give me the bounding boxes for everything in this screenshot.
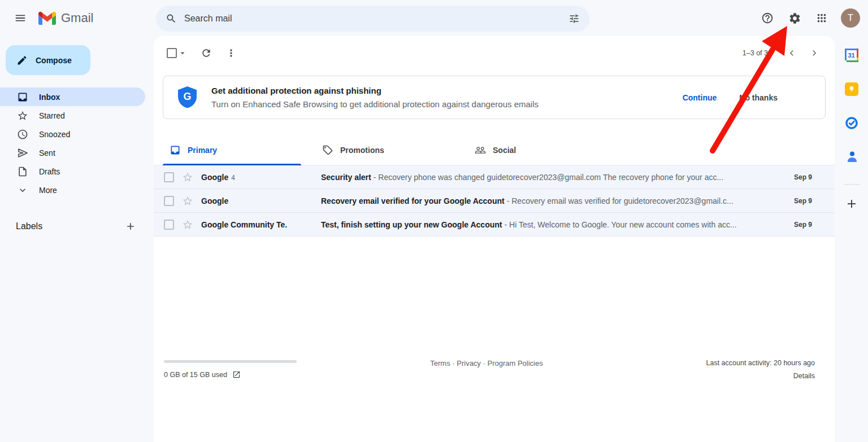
- tasks-icon: [845, 116, 858, 130]
- legal-links: Terms · Privacy · Program Policies: [305, 355, 668, 380]
- search-button[interactable]: [158, 6, 184, 32]
- refresh-button[interactable]: [195, 42, 218, 64]
- refresh-icon: [201, 47, 212, 59]
- star-icon[interactable]: [182, 195, 193, 207]
- search-input[interactable]: [184, 14, 561, 24]
- email-row[interactable]: Google Community Te. Test, finish settin…: [154, 213, 835, 237]
- sidebar-item-more[interactable]: More: [0, 181, 145, 199]
- tune-icon: [568, 13, 580, 24]
- sidebar-item-inbox[interactable]: Inbox: [0, 87, 145, 106]
- tab-label: Social: [493, 146, 516, 155]
- select-dropdown-button[interactable]: [177, 46, 188, 60]
- activity-section: Last account activity: 20 hours ago Deta…: [668, 355, 815, 380]
- inbox-tabs: Primary Promotions Social: [154, 135, 835, 165]
- side-panel-rail: 31: [835, 36, 868, 442]
- star-outline-icon: [17, 110, 28, 121]
- compose-button[interactable]: Compose: [6, 45, 90, 75]
- keep-button[interactable]: [845, 82, 858, 96]
- tab-label: Primary: [188, 146, 217, 155]
- open-in-new-icon[interactable]: [232, 370, 241, 379]
- inbox-tab-icon: [170, 145, 181, 156]
- send-icon: [17, 147, 28, 159]
- settings-button[interactable]: [782, 6, 807, 30]
- contacts-icon: [845, 150, 858, 164]
- dot-separator: ·: [483, 359, 485, 367]
- create-label-button[interactable]: [122, 218, 139, 235]
- banner-actions: Continue No thanks: [683, 93, 778, 102]
- more-options-button[interactable]: [220, 42, 242, 64]
- google-apps-button[interactable]: [809, 6, 834, 30]
- search-bar: [156, 6, 589, 32]
- newer-page-button[interactable]: [780, 42, 803, 64]
- mail-list-panel: 1–3 of 3 G: [154, 36, 835, 442]
- main-menu-button[interactable]: [8, 6, 33, 30]
- star-icon[interactable]: [182, 219, 193, 230]
- compose-label: Compose: [36, 56, 72, 65]
- tab-promotions[interactable]: Promotions: [315, 135, 454, 165]
- details-link[interactable]: Details: [668, 372, 815, 380]
- calendar-button[interactable]: 31: [845, 49, 858, 62]
- terms-link[interactable]: Terms: [430, 359, 450, 367]
- plus-icon: [125, 221, 136, 232]
- chevron-down-icon: [17, 185, 28, 196]
- support-button[interactable]: [755, 6, 780, 30]
- help-icon: [761, 12, 774, 24]
- top-bar: Gmail: [0, 0, 868, 36]
- chevron-right-icon: [809, 47, 820, 59]
- select-checkbox[interactable]: [164, 220, 174, 230]
- labels-section: Labels: [0, 218, 154, 235]
- older-page-button[interactable]: [803, 42, 826, 64]
- search-options-button[interactable]: [561, 6, 587, 32]
- more-vertical-icon: [225, 47, 237, 59]
- email-subject-line: Test, finish setting up your new Google …: [321, 220, 786, 229]
- search-icon: [166, 13, 177, 24]
- gmail-logo[interactable]: Gmail: [38, 11, 93, 25]
- sidebar-item-drafts[interactable]: Drafts: [0, 162, 145, 181]
- file-icon: [17, 166, 28, 177]
- get-addons-button[interactable]: [845, 197, 858, 211]
- sidebar-item-label: Inbox: [39, 93, 60, 102]
- apps-grid-icon: [815, 12, 828, 24]
- gear-icon: [788, 12, 801, 25]
- tag-icon: [322, 145, 333, 156]
- email-sender: Google Community Te.: [201, 220, 313, 229]
- pencil-icon: [16, 55, 28, 66]
- select-checkbox[interactable]: [164, 172, 174, 182]
- clock-icon: [17, 129, 28, 140]
- tab-social[interactable]: Social: [468, 135, 606, 165]
- sidebar-item-label: Starred: [39, 111, 65, 120]
- people-icon: [475, 145, 486, 156]
- privacy-link[interactable]: Privacy: [457, 359, 481, 367]
- contacts-button[interactable]: [845, 150, 858, 164]
- keep-icon: [845, 82, 858, 96]
- email-row[interactable]: Google Recovery email verified for your …: [154, 189, 835, 213]
- tab-primary[interactable]: Primary: [163, 135, 301, 165]
- mailbox-nav: Inbox Starred Snoozed Sent: [0, 87, 154, 199]
- sidebar-item-label: More: [39, 186, 57, 195]
- left-sidebar: Compose Inbox Starred Snoozed: [0, 36, 154, 442]
- email-row[interactable]: Google4 Security alert- Recovery phone w…: [154, 165, 835, 189]
- account-avatar[interactable]: T: [841, 8, 860, 28]
- pagination-label: 1–3 of 3: [743, 49, 768, 57]
- no-thanks-button[interactable]: No thanks: [739, 93, 778, 102]
- last-activity-label: Last account activity: 20 hours ago: [668, 359, 815, 367]
- email-sender: Google: [201, 196, 313, 205]
- labels-header: Labels: [16, 221, 42, 231]
- safe-browsing-banner: G Get additional protection against phis…: [163, 76, 826, 119]
- gmail-app: Gmail: [0, 0, 868, 442]
- program-policies-link[interactable]: Program Policies: [487, 359, 542, 367]
- continue-button[interactable]: Continue: [683, 93, 717, 102]
- select-checkbox[interactable]: [164, 196, 174, 206]
- hamburger-icon: [14, 12, 27, 24]
- sidebar-item-label: Drafts: [39, 167, 60, 176]
- select-all-checkbox[interactable]: [167, 48, 177, 58]
- header-actions: T: [755, 6, 860, 30]
- sidebar-item-snoozed[interactable]: Snoozed: [0, 125, 145, 143]
- storage-progress-bar: [164, 360, 297, 363]
- inbox-icon: [17, 91, 28, 103]
- tasks-button[interactable]: [845, 116, 858, 130]
- sidebar-item-starred[interactable]: Starred: [0, 106, 145, 125]
- star-icon[interactable]: [182, 172, 193, 183]
- email-list: Google4 Security alert- Recovery phone w…: [154, 165, 835, 237]
- sidebar-item-sent[interactable]: Sent: [0, 143, 145, 162]
